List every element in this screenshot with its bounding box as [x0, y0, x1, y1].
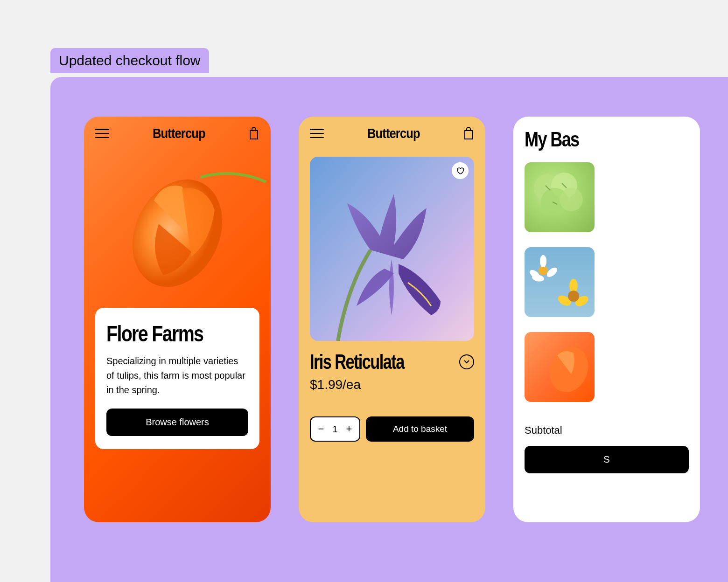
menu-icon[interactable] — [310, 129, 324, 138]
menu-icon[interactable] — [95, 129, 109, 138]
phone-header: Buttercup — [299, 117, 485, 150]
design-canvas: Buttercup Flore Farms Spec — [50, 77, 728, 582]
add-to-basket-button[interactable]: Add to basket — [366, 416, 474, 442]
basket-item-image[interactable] — [525, 162, 595, 232]
basket-items — [513, 162, 700, 402]
basket-title: My Bas — [525, 128, 659, 151]
product-image — [310, 157, 474, 341]
daisy-thumb — [525, 247, 595, 317]
product-actions: − 1 + Add to basket — [299, 416, 485, 442]
product-info: Iris Reticulata $1.99/ea — [299, 341, 485, 402]
brand-logo: Buttercup — [367, 125, 420, 141]
browse-flowers-button[interactable]: Browse flowers — [106, 409, 248, 436]
hero-description: Specializing in multiple varieties of tu… — [106, 354, 248, 397]
expand-button[interactable] — [459, 354, 474, 369]
iris-flower-image — [310, 157, 474, 341]
home-screen: Buttercup Flore Farms Spec — [84, 117, 271, 522]
brand-logo: Buttercup — [153, 125, 205, 141]
basket-footer: Subtotal S — [513, 413, 700, 485]
orange-flower-thumb — [525, 332, 595, 402]
decrement-button[interactable]: − — [316, 423, 326, 435]
basket-item-image[interactable] — [525, 247, 595, 317]
hero-title: Flore Farms — [106, 321, 223, 346]
quantity-value: 1 — [331, 424, 339, 435]
shopping-bag-icon[interactable] — [463, 127, 474, 140]
checkout-button[interactable]: S — [525, 446, 689, 473]
increment-button[interactable]: + — [344, 423, 354, 435]
svg-point-5 — [560, 188, 583, 211]
product-title: Iris Reticulata — [310, 350, 404, 374]
heart-icon — [456, 166, 464, 175]
product-screen: Buttercup — [299, 117, 485, 522]
basket-item-image[interactable] — [525, 332, 595, 402]
basket-header: My Bas — [513, 117, 700, 162]
svg-point-0 — [116, 165, 239, 302]
basket-screen: My Bas — [513, 117, 700, 522]
green-flower-thumb — [525, 162, 595, 232]
product-price: $1.99/ea — [310, 377, 474, 392]
subtotal-label: Subtotal — [525, 424, 689, 436]
quantity-stepper[interactable]: − 1 + — [310, 416, 360, 442]
frame-label: Updated checkout flow — [50, 48, 209, 73]
shopping-bag-icon[interactable] — [248, 127, 259, 140]
svg-point-18 — [568, 291, 579, 302]
favorite-button[interactable] — [452, 162, 469, 179]
chevron-down-icon — [463, 360, 470, 364]
hero-card: Flore Farms Specializing in multiple var… — [95, 308, 259, 449]
svg-point-10 — [540, 255, 546, 267]
phone-header: Buttercup — [84, 117, 271, 150]
